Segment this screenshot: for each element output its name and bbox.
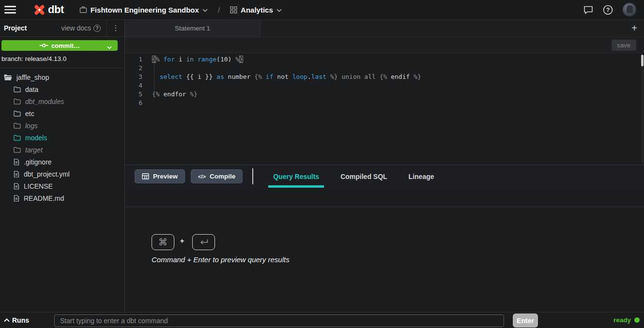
tree-item-label: models — [25, 134, 47, 142]
help-circle-icon: ? — [93, 25, 101, 32]
status-label: ready — [613, 316, 631, 324]
top-bar: dbt Fishtown Engineering Sandbox / Analy… — [0, 0, 644, 20]
folder-icon — [14, 110, 21, 117]
tree-item-models[interactable]: models — [0, 132, 124, 144]
chevron-down-icon — [107, 44, 112, 51]
code-text — [142, 81, 152, 90]
folder-icon — [14, 86, 21, 92]
svg-text:?: ? — [606, 6, 610, 13]
indent-guide — [154, 64, 154, 90]
chevron-down-icon[interactable] — [202, 5, 208, 14]
editor-scrollbar[interactable] — [641, 54, 644, 163]
user-avatar[interactable] — [623, 3, 636, 16]
code-line: 5{% endfor %} — [125, 90, 644, 99]
commit-button[interactable]: commit… — [1, 40, 118, 51]
topbar-actions: ? — [583, 3, 636, 16]
results-tabs: Query Results Compiled SQL Lineage — [268, 165, 439, 188]
folder-icon — [14, 98, 21, 104]
tree-item-label: data — [25, 86, 38, 93]
sidebar-header: Project view docs ? ⋮ — [0, 20, 124, 37]
tree-item-gitignore[interactable]: .gitignore — [0, 156, 124, 168]
chevron-down-icon[interactable] — [276, 5, 282, 14]
line-number: 5 — [125, 90, 142, 99]
code-line: 6 — [125, 99, 644, 107]
briefcase-icon — [79, 6, 87, 14]
tab-lineage[interactable]: Lineage — [404, 165, 439, 188]
status-dot — [634, 317, 640, 323]
folder-icon — [14, 134, 21, 141]
file-icon — [14, 171, 19, 178]
runs-label: Runs — [12, 316, 29, 324]
file-explorer-sidebar: Project view docs ? ⋮ commit… branch: re… — [0, 20, 125, 312]
line-number: 4 — [125, 81, 142, 90]
tree-item-jaffle-shop[interactable]: jaffle_shop — [0, 71, 124, 83]
tree-item-label: etc — [25, 110, 34, 118]
code-text — [142, 64, 152, 73]
tab-statement-1[interactable]: Statement 1 — [125, 20, 261, 37]
plus-separator: + — [180, 237, 184, 245]
tree-item-dbt-project-yml[interactable]: dbt_project.yml — [0, 168, 124, 180]
command-bar: Runs Enter ready — [0, 312, 644, 328]
view-docs-label: view docs — [61, 24, 91, 32]
tree-item-label: LICENSE — [24, 182, 53, 190]
view-docs-link[interactable]: view docs ? — [61, 24, 101, 32]
tree-item-target[interactable]: target — [0, 144, 124, 156]
line-number: 1 — [125, 55, 142, 64]
tree-item-label: target — [25, 146, 43, 154]
code-lines: 1{% for i in range(10) %}23 select {{ i … — [125, 55, 644, 107]
chevron-up-icon — [4, 318, 10, 322]
tree-item-label: README.md — [24, 194, 64, 202]
tree-item-license[interactable]: LICENSE — [0, 180, 124, 192]
code-text: {% for i in range(10) %} — [142, 55, 243, 64]
status-indicator: ready — [613, 316, 640, 324]
editor-tab-bar: Statement 1 + — [125, 20, 644, 37]
compile-button[interactable]: </> Compile — [191, 169, 243, 183]
tree-item-readme[interactable]: README.md — [0, 192, 124, 204]
tree-item-data[interactable]: data — [0, 83, 124, 95]
dbt-logo-text: dbt — [48, 3, 64, 16]
help-icon[interactable]: ? — [603, 5, 613, 15]
enter-key-icon — [192, 234, 215, 250]
line-number: 6 — [125, 99, 142, 107]
code-text: select {{ i }} as number {% if not loop.… — [142, 73, 421, 81]
tab-label: Statement 1 — [175, 25, 210, 32]
tab-label: Query Results — [273, 173, 319, 180]
kebab-menu-icon[interactable]: ⋮ — [107, 20, 124, 36]
divider — [0, 68, 124, 68]
results-toolbar: Preview </> Compile Query Results Compil… — [125, 165, 644, 188]
environment-name[interactable]: Analytics — [241, 6, 273, 14]
scrollbar-thumb[interactable] — [641, 55, 644, 66]
tree-item-etc[interactable]: etc — [0, 107, 124, 119]
results-subheader — [125, 188, 644, 207]
tab-query-results[interactable]: Query Results — [268, 165, 324, 188]
preview-button-label: Preview — [153, 173, 178, 180]
code-icon: </> — [198, 174, 206, 179]
dbt-command-input[interactable] — [54, 314, 504, 327]
file-icon — [14, 159, 19, 165]
grid-icon — [230, 6, 237, 14]
commit-button-label: commit… — [51, 42, 80, 49]
dbt-logo[interactable]: dbt — [33, 3, 64, 16]
chat-icon[interactable] — [583, 5, 593, 15]
account-name[interactable]: Fishtown Engineering Sandbox — [91, 6, 199, 14]
command-key-icon: ⌘ — [152, 234, 174, 250]
tab-label: Lineage — [409, 173, 434, 180]
tab-label: Compiled SQL — [340, 173, 387, 180]
code-line: 3 select {{ i }} as number {% if not loo… — [125, 73, 644, 81]
enter-button[interactable]: Enter — [513, 313, 538, 328]
line-number: 3 — [125, 73, 142, 81]
new-tab-button[interactable]: + — [625, 20, 644, 37]
menu-icon[interactable] — [4, 6, 16, 14]
tree-item-label: jaffle_shop — [16, 74, 49, 81]
folder-icon — [14, 122, 21, 129]
folder-open-icon — [4, 74, 12, 81]
sidebar-title: Project — [4, 24, 27, 32]
save-button[interactable]: save — [612, 40, 636, 51]
code-editor[interactable]: 1{% for i in range(10) %}23 select {{ i … — [125, 53, 644, 165]
runs-toggle[interactable]: Runs — [4, 316, 29, 324]
tab-compiled-sql[interactable]: Compiled SQL — [336, 165, 392, 188]
tree-item-dbt-modules[interactable]: dbt_modules — [0, 95, 124, 107]
branch-label: branch: release/4.13.0 — [1, 55, 66, 62]
tree-item-logs[interactable]: logs — [0, 119, 124, 132]
preview-button[interactable]: Preview — [135, 169, 185, 183]
